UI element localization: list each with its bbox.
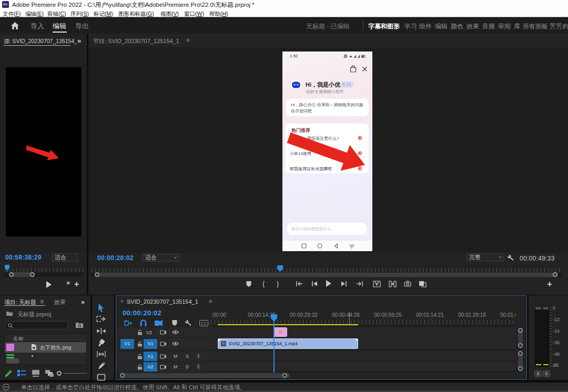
mark-in-button[interactable]: { (262, 280, 265, 287)
horizontal-scrollbar-thumb[interactable] (6, 358, 19, 364)
tab-import[interactable]: 导入 (31, 22, 44, 31)
track-lock-icon[interactable] (137, 329, 143, 335)
workspace-learning[interactable]: 学习 (404, 22, 417, 31)
workspace-assembly[interactable]: 组件 (419, 22, 432, 31)
menu-graphics-titles[interactable]: 图形和标题(G) (118, 9, 154, 18)
workspace-color[interactable]: 颜色 (451, 22, 463, 31)
track-target-a2[interactable]: A2 (144, 362, 157, 372)
track-target-v1[interactable]: V1 (144, 339, 157, 349)
add-marker-button[interactable] (246, 281, 252, 287)
step-forward-button[interactable] (341, 281, 347, 287)
solo-track-button[interactable]: S (186, 354, 189, 359)
menu-sequence[interactable]: 序列(S) (70, 9, 89, 18)
panel-overflow-chevron-icon[interactable]: » (77, 37, 80, 45)
play-button[interactable] (45, 281, 52, 288)
panel-menu-icon[interactable]: ≡ (40, 298, 44, 305)
list-view-button[interactable] (17, 369, 26, 377)
playback-resolution-select[interactable]: 完整˅ (466, 253, 504, 261)
transport-overflow-chevron-icon[interactable]: » (66, 278, 69, 286)
zoom-slider-knob[interactable] (57, 371, 62, 376)
source-scrubber[interactable] (5, 268, 83, 272)
clip-graphic-v2[interactable]: fx (274, 327, 287, 337)
go-to-in-button[interactable] (296, 281, 303, 287)
slip-tool[interactable] (96, 350, 106, 358)
workspace-all-panels[interactable]: 所有面板 (523, 22, 548, 31)
track-lock-icon[interactable] (137, 341, 143, 347)
voiceover-record-mic-icon[interactable] (196, 353, 201, 359)
mark-out-button[interactable]: } (277, 280, 279, 287)
nav-back-icon[interactable] (333, 243, 339, 249)
track-output-icon[interactable] (160, 364, 167, 370)
track-output-icon[interactable] (160, 354, 167, 359)
workspace-libraries[interactable]: 库 (514, 22, 520, 31)
step-back-button[interactable] (311, 281, 318, 287)
workspace-audio[interactable]: 音频 (482, 22, 495, 31)
zoom-slider-track[interactable] (63, 373, 87, 374)
close-icon[interactable] (362, 66, 368, 72)
menu-view[interactable]: 视图(V) (160, 9, 179, 18)
menu-file[interactable]: 文件(F) (3, 9, 21, 18)
search-input[interactable] (5, 321, 68, 329)
timeline-ruler[interactable]: :00:00 00:00:14:35 00:00:29:32 00:00:44:… (211, 307, 516, 325)
icon-view-button[interactable] (32, 369, 40, 377)
workspace-review[interactable]: 审阅 (498, 22, 511, 31)
nav-gesture-icon[interactable] (349, 243, 355, 249)
zoom-handle-left[interactable] (9, 272, 14, 277)
source-zoom-select[interactable]: 适合 (52, 253, 78, 262)
program-zoom-select[interactable]: 适合˅ (143, 254, 179, 262)
source-monitor-tab[interactable]: 源: SVID_20230707_135154_ (4, 38, 77, 45)
label-color-chip[interactable] (6, 344, 14, 351)
source-timecode[interactable]: 00:59:38:29 (5, 254, 42, 261)
panel-menu-icon[interactable]: ≡ (209, 298, 212, 304)
tab-edit[interactable]: 编辑 (53, 22, 66, 31)
extract-button[interactable] (389, 281, 397, 287)
solo-right-button[interactable]: S (543, 370, 550, 377)
rectangle-tool[interactable] (97, 374, 106, 381)
pen-tool[interactable] (97, 362, 106, 370)
scroll-zoom-handle-left[interactable] (120, 373, 125, 378)
nav-recents-icon[interactable] (301, 243, 307, 249)
track-output-icon[interactable] (160, 329, 167, 335)
freeform-view-button[interactable] (45, 369, 54, 377)
timeline-horizontal-scrollbar[interactable] (119, 373, 524, 378)
menu-clip[interactable]: 剪辑(C) (47, 9, 66, 18)
zoom-handle-right[interactable] (30, 272, 35, 277)
comparison-view-button[interactable] (419, 281, 427, 287)
close-tab-icon[interactable]: × (120, 298, 124, 304)
source-patch-v1[interactable]: V1 (120, 339, 134, 349)
zoom-handle-left[interactable] (95, 272, 99, 277)
project-bin-name[interactable]: 无标题.prproj (17, 311, 51, 318)
timeline-vertical-scrollbar[interactable] (518, 327, 523, 372)
menu-edit[interactable]: 编辑(E) (25, 9, 44, 18)
mute-track-button[interactable]: M (174, 354, 178, 359)
ripple-edit-tool[interactable] (96, 327, 106, 335)
lift-button[interactable] (373, 281, 381, 287)
project-item-row[interactable]: 右下箭头.png (5, 342, 86, 353)
toggle-track-visibility-eye-icon[interactable] (172, 341, 179, 346)
track-lock-icon[interactable] (137, 364, 143, 370)
workspace-editing[interactable]: 编辑 (435, 22, 448, 31)
play-button[interactable] (325, 280, 332, 287)
program-timecode[interactable]: 00:00:20:02 (97, 254, 134, 262)
track-select-forward-tool[interactable] (96, 315, 106, 323)
panel-menu-icon[interactable]: ≡ (186, 37, 189, 43)
vscroll-handle[interactable] (518, 366, 523, 371)
razor-tool[interactable] (97, 338, 106, 347)
track-output-icon[interactable] (160, 341, 167, 347)
selection-tool[interactable] (97, 303, 105, 313)
vscroll-handle[interactable] (518, 343, 523, 348)
workspace-captions-graphics[interactable]: 字幕和图形 (368, 22, 400, 31)
program-zoom-scrollbar[interactable] (90, 273, 563, 277)
program-scrubber[interactable] (92, 269, 562, 272)
effects-panel-tab[interactable]: 效果 (54, 298, 66, 306)
timeline-sequence-tab[interactable]: SVID_20230707_135154_1 (127, 298, 198, 305)
menu-markers[interactable]: 标记(M) (94, 9, 113, 18)
settings-wrench-icon[interactable] (507, 254, 514, 261)
workspace-custom[interactable]: 芳芳的 (550, 22, 568, 31)
vscroll-handle[interactable] (518, 328, 523, 333)
solo-track-button[interactable]: S (186, 364, 189, 369)
program-monitor-tab[interactable]: 节目: SVID_20230707_135154_1 (93, 37, 179, 45)
export-frame-button[interactable] (404, 281, 411, 287)
solo-left-button[interactable]: S (534, 370, 542, 377)
home-icon[interactable] (11, 22, 19, 30)
